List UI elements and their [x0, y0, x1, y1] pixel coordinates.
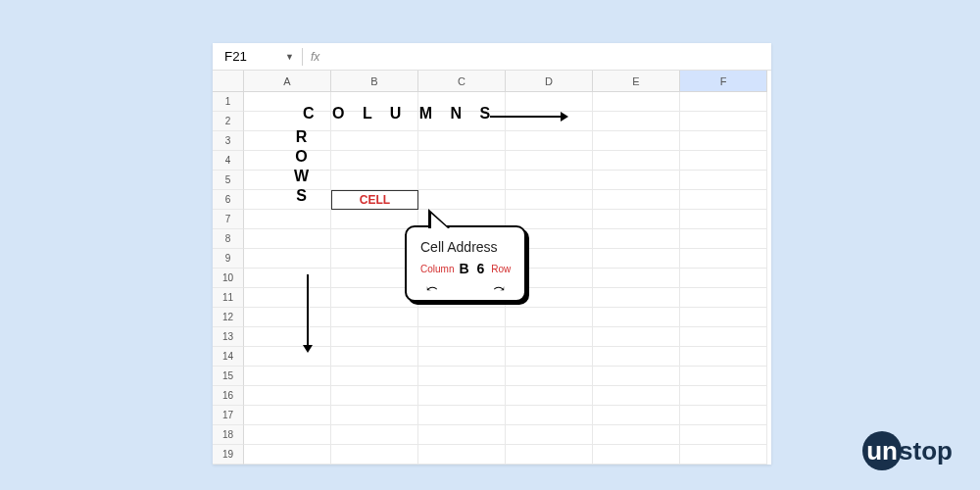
dropdown-icon[interactable]: ▼: [285, 52, 294, 62]
row-header[interactable]: 13: [213, 327, 244, 347]
cell[interactable]: [244, 131, 331, 151]
cell[interactable]: [593, 269, 680, 288]
cell[interactable]: [244, 327, 331, 347]
cell[interactable]: [244, 249, 331, 269]
cell[interactable]: [331, 131, 418, 151]
cell[interactable]: [244, 92, 331, 112]
cell[interactable]: [244, 151, 331, 171]
cell[interactable]: [244, 171, 331, 190]
cell[interactable]: [593, 171, 680, 190]
cell[interactable]: [506, 386, 593, 406]
cell[interactable]: [680, 347, 767, 367]
cell[interactable]: [593, 308, 680, 327]
column-header[interactable]: C: [418, 71, 506, 92]
cell[interactable]: [244, 425, 331, 445]
cell[interactable]: [331, 151, 418, 171]
cell[interactable]: [680, 327, 767, 347]
column-header[interactable]: F: [680, 71, 767, 92]
cell[interactable]: [680, 210, 767, 229]
cell[interactable]: [418, 131, 506, 151]
row-header[interactable]: 16: [213, 386, 244, 406]
cell[interactable]: [331, 347, 418, 367]
cell[interactable]: [680, 288, 767, 308]
column-header[interactable]: E: [593, 71, 680, 92]
cell[interactable]: [680, 249, 767, 269]
cell[interactable]: [680, 425, 767, 445]
cell[interactable]: [593, 367, 680, 386]
cell[interactable]: [680, 386, 767, 406]
cell[interactable]: [331, 367, 418, 386]
cell[interactable]: [680, 151, 767, 171]
fx-icon[interactable]: fx: [311, 50, 319, 64]
cell[interactable]: [506, 425, 593, 445]
cell[interactable]: [680, 131, 767, 151]
column-header[interactable]: D: [506, 71, 593, 92]
cell[interactable]: [244, 308, 331, 327]
cell[interactable]: [506, 367, 593, 386]
cell[interactable]: [680, 367, 767, 386]
row-header[interactable]: 14: [213, 347, 244, 367]
cell[interactable]: [418, 367, 506, 386]
cell[interactable]: [506, 112, 593, 131]
cell[interactable]: [593, 406, 680, 425]
cell[interactable]: [331, 308, 418, 327]
cell[interactable]: [418, 151, 506, 171]
cell[interactable]: [244, 386, 331, 406]
cell[interactable]: [244, 367, 331, 386]
cell[interactable]: [593, 190, 680, 210]
row-header[interactable]: 5: [213, 171, 244, 190]
name-box[interactable]: [219, 47, 277, 66]
row-header[interactable]: 8: [213, 229, 244, 249]
row-header[interactable]: 18: [213, 425, 244, 445]
row-header[interactable]: 19: [213, 445, 244, 465]
cell[interactable]: [418, 347, 506, 367]
cell[interactable]: [593, 112, 680, 131]
cell[interactable]: [506, 347, 593, 367]
row-header[interactable]: 7: [213, 210, 244, 229]
cell[interactable]: [593, 210, 680, 229]
cell[interactable]: [506, 171, 593, 190]
cell[interactable]: [506, 190, 593, 210]
column-header[interactable]: A: [244, 71, 331, 92]
cell[interactable]: [593, 327, 680, 347]
cell[interactable]: [680, 112, 767, 131]
cell[interactable]: [418, 112, 506, 131]
cell[interactable]: [331, 92, 418, 112]
cell[interactable]: [593, 229, 680, 249]
cell[interactable]: [593, 288, 680, 308]
cell[interactable]: [418, 171, 506, 190]
cell[interactable]: [680, 92, 767, 112]
cell[interactable]: [418, 386, 506, 406]
cell[interactable]: [418, 425, 506, 445]
cell[interactable]: [244, 190, 331, 210]
cell[interactable]: [506, 445, 593, 465]
cell[interactable]: [593, 92, 680, 112]
row-header[interactable]: 4: [213, 151, 244, 171]
cell[interactable]: [244, 406, 331, 425]
cell[interactable]: [244, 210, 331, 229]
cell[interactable]: [418, 327, 506, 347]
cell[interactable]: [244, 347, 331, 367]
cell[interactable]: [331, 171, 418, 190]
cell[interactable]: [244, 229, 331, 249]
cell[interactable]: [506, 327, 593, 347]
cell[interactable]: [593, 445, 680, 465]
cell[interactable]: [593, 249, 680, 269]
cell[interactable]: [680, 229, 767, 249]
cell[interactable]: [418, 190, 506, 210]
cell[interactable]: [680, 269, 767, 288]
cell[interactable]: [418, 406, 506, 425]
cell[interactable]: [593, 347, 680, 367]
cell[interactable]: [244, 269, 331, 288]
row-header[interactable]: 9: [213, 249, 244, 269]
cell[interactable]: [506, 308, 593, 327]
cell[interactable]: [331, 425, 418, 445]
cell[interactable]: [593, 131, 680, 151]
select-all-corner[interactable]: [213, 71, 244, 92]
cell[interactable]: [506, 151, 593, 171]
cell[interactable]: [418, 445, 506, 465]
cell[interactable]: [244, 288, 331, 308]
cell[interactable]: [244, 445, 331, 465]
cell[interactable]: [331, 386, 418, 406]
cell[interactable]: [680, 445, 767, 465]
